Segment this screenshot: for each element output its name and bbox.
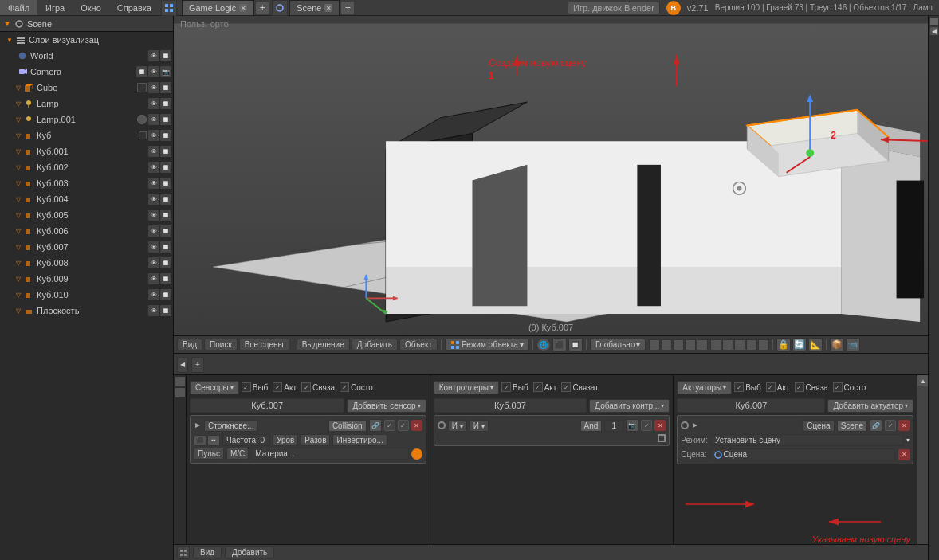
ctrl-link-cb[interactable] bbox=[561, 382, 571, 392]
tab-add-btn[interactable]: + bbox=[256, 2, 269, 14]
act-show-cb[interactable] bbox=[734, 382, 744, 392]
kub001-render[interactable]: 🔲 bbox=[160, 146, 171, 157]
ctrl-type-field[interactable]: And bbox=[580, 420, 603, 432]
layer-1[interactable] bbox=[649, 339, 660, 350]
outliner-item-kub002[interactable]: ▽ Куб.002 👁 🔲 bbox=[0, 159, 173, 175]
add-sensor-btn[interactable]: Добавить сенсор ▾ bbox=[347, 399, 426, 413]
menu-file[interactable]: Файл bbox=[0, 0, 37, 15]
actuator-close-btn[interactable]: ✕ bbox=[898, 420, 910, 431]
kub006-render[interactable]: 🔲 bbox=[160, 225, 171, 237]
kub010-vis[interactable]: 👁 bbox=[148, 289, 159, 300]
outliner-item-kub010[interactable]: ▽ Куб.010 👁 🔲 bbox=[0, 287, 173, 303]
viewport-snap-icon[interactable]: 📐 bbox=[808, 338, 823, 352]
ctrl-value-field[interactable]: 1 bbox=[604, 420, 623, 432]
cam-restrict-btn[interactable]: 🔲 bbox=[136, 66, 147, 77]
actuator-type[interactable]: Scene bbox=[837, 420, 867, 432]
viewport-camera-icon[interactable]: 📹 bbox=[846, 338, 860, 352]
kub-vis-btn[interactable]: 👁 bbox=[148, 130, 159, 141]
sensor-active-cb[interactable] bbox=[384, 420, 395, 431]
layer-6[interactable] bbox=[710, 339, 721, 350]
bottom-view-btn[interactable]: Вид bbox=[193, 546, 222, 558]
kub001-vis[interactable]: 👁 bbox=[148, 146, 159, 157]
viewport-shading-icon[interactable]: ⬛ bbox=[552, 338, 567, 352]
logic-panel-toggle[interactable]: ◀ bbox=[177, 357, 188, 373]
actuator-expand[interactable] bbox=[691, 421, 699, 429]
sensors-state-cb[interactable] bbox=[340, 382, 349, 392]
sensor-times-btn[interactable]: Разов bbox=[301, 434, 330, 446]
kub009-render[interactable]: 🔲 bbox=[160, 273, 171, 284]
outliner-item-kub005[interactable]: ▽ Куб.005 👁 🔲 bbox=[0, 207, 173, 223]
scene-editor-icon[interactable] bbox=[272, 0, 288, 16]
select-btn[interactable]: Выделение bbox=[297, 339, 350, 350]
kub004-render[interactable]: 🔲 bbox=[160, 194, 171, 205]
kub003-vis[interactable]: 👁 bbox=[148, 178, 159, 189]
logic-strip-btn2[interactable] bbox=[175, 388, 185, 397]
cam-vis-btn[interactable]: 👁 bbox=[148, 66, 159, 77]
sensor-mc-btn[interactable]: М/С bbox=[226, 448, 249, 460]
cube-vis-btn[interactable]: 👁 bbox=[148, 82, 159, 93]
right-strip-btn1[interactable] bbox=[930, 18, 938, 25]
outliner-item-kub009[interactable]: ▽ Куб.009 👁 🔲 bbox=[0, 271, 173, 287]
ctrl-show-cb[interactable] bbox=[501, 382, 511, 392]
outliner-item-lamp[interactable]: ▽ Lamp 👁 🔲 bbox=[0, 96, 173, 112]
layer-7[interactable] bbox=[722, 339, 733, 350]
actuator-mode-dropdown[interactable]: ▾ bbox=[906, 437, 910, 444]
ctrl-icon1[interactable]: 📷 bbox=[626, 419, 638, 432]
kub008-vis[interactable]: 👁 bbox=[148, 257, 159, 268]
actuator-scene-value[interactable]: Сцена bbox=[710, 448, 895, 460]
plane-vis[interactable]: 👁 bbox=[148, 305, 159, 316]
sensor-name-field[interactable]: Столкнове... bbox=[204, 420, 257, 432]
viewport-render-icon[interactable]: 🌐 bbox=[536, 338, 551, 352]
layer-2[interactable] bbox=[661, 339, 672, 350]
outliner-item-layers[interactable]: ▼ Слои визуализац bbox=[0, 32, 173, 48]
layer-5[interactable] bbox=[697, 339, 708, 350]
sensor-vis-cb[interactable] bbox=[398, 420, 409, 431]
tab-add-scene-btn[interactable]: + bbox=[341, 2, 354, 14]
outliner-item-world[interactable]: World 👁 🔲 bbox=[0, 48, 173, 64]
kub006-vis[interactable]: 👁 bbox=[148, 225, 159, 237]
actuator-link-icon[interactable]: 🔗 bbox=[870, 419, 882, 432]
outliner-item-kub004[interactable]: ▽ Куб.004 👁 🔲 bbox=[0, 191, 173, 207]
sensor-freq-field[interactable]: Частота: 0 bbox=[222, 434, 270, 446]
kub004-vis[interactable]: 👁 bbox=[148, 194, 159, 205]
menu-game[interactable]: Игра bbox=[37, 0, 73, 15]
outliner-item-plane[interactable]: ▽ Плоскость 👁 🔲 bbox=[0, 303, 173, 319]
kub009-vis[interactable]: 👁 bbox=[148, 273, 159, 284]
sensors-show-cb[interactable] bbox=[242, 382, 251, 392]
ctrl-act-cb[interactable] bbox=[533, 382, 543, 392]
plane-render[interactable]: 🔲 bbox=[160, 305, 171, 316]
outliner-item-kub007[interactable]: ▽ Куб.007 👁 🔲 bbox=[0, 239, 173, 255]
ctrl-close-btn[interactable]: ✕ bbox=[654, 420, 666, 431]
kub002-vis[interactable]: 👁 bbox=[148, 162, 159, 173]
sensor-expand-btn[interactable] bbox=[194, 421, 202, 429]
world-render-btn[interactable]: 🔲 bbox=[160, 50, 171, 61]
outliner-item-kub003[interactable]: ▽ Куб.003 👁 🔲 bbox=[0, 175, 173, 191]
outliner-item-kub008[interactable]: ▽ Куб.008 👁 🔲 bbox=[0, 255, 173, 271]
tab-scene[interactable]: Scene ✕ bbox=[289, 0, 340, 15]
add-btn[interactable]: Добавить bbox=[352, 339, 398, 350]
sensors-title-btn[interactable]: Сенсоры ▾ bbox=[190, 381, 239, 394]
viewport-sync-icon[interactable]: 🔄 bbox=[792, 338, 807, 352]
menu-help[interactable]: Справка bbox=[109, 0, 159, 15]
layer-3[interactable] bbox=[673, 339, 684, 350]
layer-10[interactable] bbox=[758, 339, 769, 350]
sensors-link-cb[interactable] bbox=[301, 382, 311, 392]
world-vis-btn[interactable]: 👁 bbox=[148, 50, 159, 61]
layer-9[interactable] bbox=[746, 339, 757, 350]
engine-selector[interactable]: Игр. движок Blender bbox=[568, 2, 660, 14]
sensor-link-icon[interactable]: 🔗 bbox=[369, 419, 382, 432]
logic-add-block-btn[interactable]: + bbox=[191, 357, 204, 373]
kub005-vis[interactable]: 👁 bbox=[148, 210, 159, 221]
viewport-editor-icon[interactable]: 📦 bbox=[830, 338, 844, 352]
lamp-render-btn[interactable]: 🔲 bbox=[160, 98, 171, 109]
cam-render-btn[interactable]: 📷 bbox=[160, 66, 171, 77]
right-strip-expand-btn[interactable]: ◀ bbox=[930, 27, 938, 35]
sensor-icon2[interactable]: ▪▪ bbox=[207, 435, 220, 446]
bottom-editor-icon[interactable] bbox=[177, 546, 190, 559]
viewport-lock-icon[interactable]: 🔒 bbox=[776, 338, 791, 352]
kub-render-btn[interactable]: 🔲 bbox=[160, 130, 171, 141]
ctrl-mode-dropdown2[interactable]: И ▾ bbox=[470, 420, 489, 432]
tab-game-logic[interactable]: Game Logic ✕ bbox=[182, 0, 254, 15]
kub002-render[interactable]: 🔲 bbox=[160, 162, 171, 173]
layer-8[interactable] bbox=[734, 339, 745, 350]
